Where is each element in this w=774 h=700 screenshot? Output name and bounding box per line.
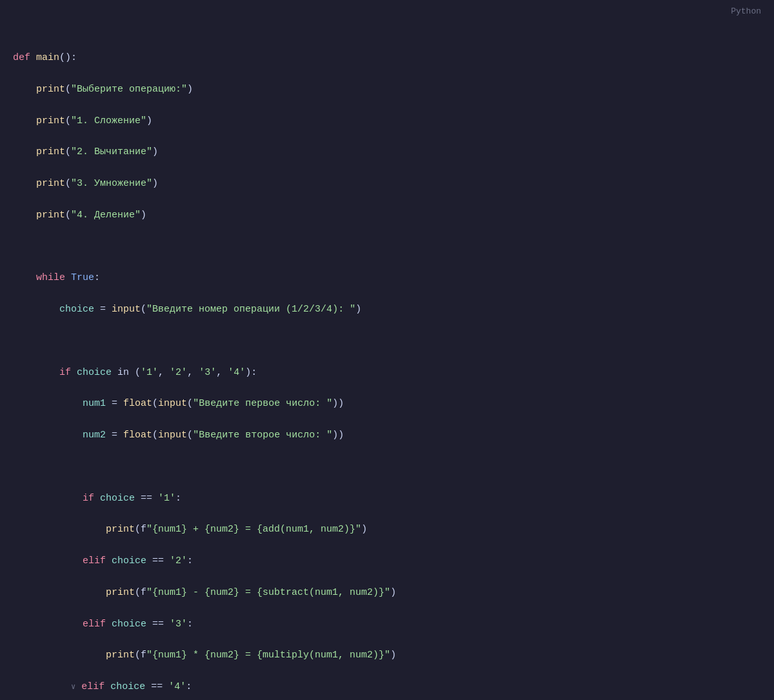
- code-line-1: def main():: [13, 50, 761, 66]
- code-line-17: elif choice == '2':: [13, 554, 761, 570]
- code-line-2: print("Выберите операцию:"): [13, 82, 761, 98]
- code-line-21: ∨ elif choice == '4':: [13, 679, 761, 695]
- code-block: def main(): print("Выберите операцию:") …: [0, 13, 774, 700]
- code-line-18: print(f"{num1} - {num2} = {subtract(num1…: [13, 585, 761, 601]
- code-line-3: print("1. Сложение"): [13, 114, 761, 130]
- code-line-10: [13, 334, 761, 350]
- language-label: Python: [731, 5, 761, 19]
- code-line-12: num1 = float(input("Введите первое число…: [13, 396, 761, 412]
- code-line-13: num2 = float(input("Введите второе число…: [13, 428, 761, 444]
- code-line-8: while True:: [13, 270, 761, 286]
- code-container: Python def main(): print("Выберите опера…: [0, 0, 774, 700]
- code-line-11: if choice in ('1', '2', '3', '4'):: [13, 365, 761, 381]
- code-line-5: print("3. Умножение"): [13, 176, 761, 192]
- code-line-9: choice = input("Введите номер операции (…: [13, 302, 761, 318]
- code-line-19: elif choice == '3':: [13, 617, 761, 633]
- code-line-15: if choice == '1':: [13, 491, 761, 507]
- code-line-16: print(f"{num1} + {num2} = {add(num1, num…: [13, 522, 761, 538]
- code-line-7: [13, 239, 761, 255]
- code-line-14: [13, 459, 761, 475]
- code-line-20: print(f"{num1} * {num2} = {multiply(num1…: [13, 648, 761, 664]
- code-line-6: print("4. Деление"): [13, 208, 761, 224]
- code-line-4: print("2. Вычитание"): [13, 145, 761, 161]
